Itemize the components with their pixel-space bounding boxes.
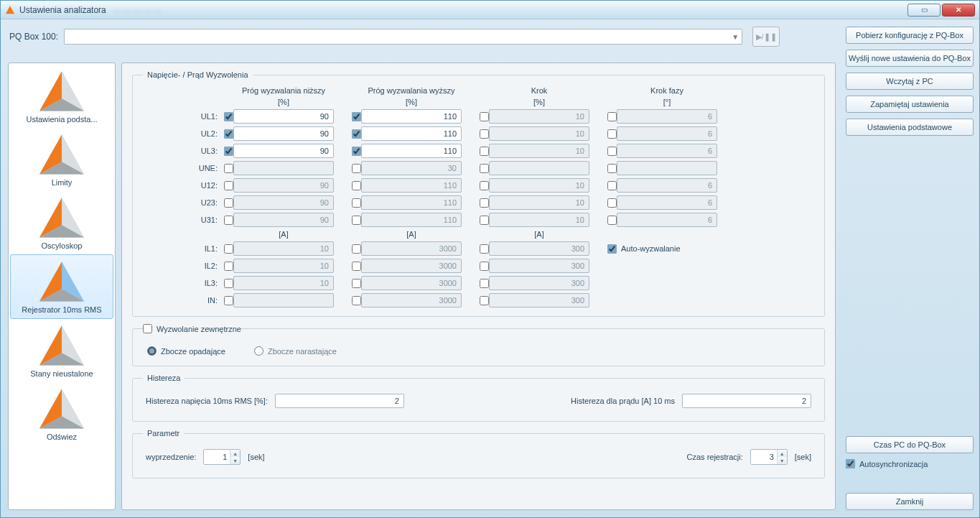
row-2-high-input[interactable] <box>361 144 462 158</box>
row-5-low-cb[interactable] <box>224 198 233 208</box>
row-0-high-cb[interactable] <box>352 112 361 121</box>
row-5-phase-input <box>617 195 717 210</box>
row-5-high-cb[interactable] <box>352 198 361 208</box>
right-button-panel: Pobierz konfigurację z PQ-Box Wyślij now… <box>846 27 974 136</box>
autosync-checkbox[interactable] <box>846 459 855 468</box>
sidebar-item-0[interactable]: Ustawienia podsta... <box>10 65 113 128</box>
row-1-phase-input <box>617 126 717 141</box>
hyst-i-label: Histereza dla prądu [A] 10 ms <box>571 397 675 405</box>
edge-rising-radio[interactable] <box>254 346 263 356</box>
window-title: Ustawienia analizatora <box>19 5 106 15</box>
row-6-high-cb[interactable] <box>352 216 361 225</box>
crow-2-label: IL3: <box>143 279 222 287</box>
rec-spin-down[interactable]: ▼ <box>778 457 787 464</box>
ext-trigger-checkbox[interactable] <box>143 324 152 333</box>
send-settings-button[interactable]: Wyślij nowe ustawienia do PQ-Box <box>846 50 974 67</box>
maximize-button[interactable] <box>907 4 941 17</box>
row-3-phase-cb[interactable] <box>607 164 617 173</box>
crow-0-high-input <box>361 241 462 256</box>
row-1-phase-cb[interactable] <box>607 129 617 139</box>
toolbar: PQ Box 100: ▼ ▶/❚❚ <box>1 19 979 52</box>
crow-2-high-cb[interactable] <box>352 279 361 288</box>
row-0-high-input[interactable] <box>361 109 462 124</box>
crow-1-high-cb[interactable] <box>352 262 361 271</box>
crow-0-low-cb[interactable] <box>224 244 233 254</box>
crow-1-step-cb[interactable] <box>480 262 489 271</box>
sidebar-item-3[interactable]: Rejestrator 10ms RMS <box>10 254 113 319</box>
row-4-step-cb[interactable] <box>480 181 489 190</box>
row-2-low-cb[interactable] <box>224 147 233 156</box>
row-4-high-cb[interactable] <box>352 181 361 190</box>
crow-1-low-cb[interactable] <box>224 262 233 271</box>
rec-spinner[interactable]: ▲▼ <box>750 449 788 465</box>
row-5-phase-cb[interactable] <box>607 198 617 208</box>
play-pause-button[interactable]: ▶/❚❚ <box>752 27 780 47</box>
row-0-low-cb[interactable] <box>224 112 233 121</box>
sidebar-item-5[interactable]: Odświez <box>10 382 113 445</box>
pre-label: wyprzedzenie: <box>146 453 196 461</box>
row-6-label: U31: <box>143 216 222 224</box>
chevron-down-icon: ▼ <box>732 33 739 41</box>
default-settings-button[interactable]: Ustawienia podstawowe <box>846 119 974 136</box>
row-2-phase-input <box>617 144 717 158</box>
row-0-low-input[interactable] <box>233 109 334 124</box>
row-3-high-input <box>361 161 462 175</box>
rec-spin-up[interactable]: ▲ <box>778 450 787 457</box>
row-3-step-cb[interactable] <box>480 164 489 173</box>
crow-3-step-cb[interactable] <box>480 296 489 305</box>
crow-0-label: IL1: <box>143 244 222 253</box>
row-2-phase-cb[interactable] <box>607 147 617 156</box>
row-6-step-cb[interactable] <box>480 216 489 225</box>
row-3-low-cb[interactable] <box>224 164 233 173</box>
app-window: Ustawienia analizatora — — — — — PQ Box … <box>0 0 980 518</box>
pre-spin-down[interactable]: ▼ <box>230 457 240 464</box>
crow-3-low-cb[interactable] <box>224 296 233 305</box>
crow-2-low-cb[interactable] <box>224 279 233 288</box>
row-4-low-cb[interactable] <box>224 181 233 190</box>
row-2-step-cb[interactable] <box>480 147 489 156</box>
row-2-high-cb[interactable] <box>352 147 361 156</box>
row-0-phase-cb[interactable] <box>607 112 617 121</box>
row-3-high-cb[interactable] <box>352 164 361 173</box>
close-app-button[interactable]: Zamknij <box>846 493 974 510</box>
row-3-label: UNE: <box>143 164 222 172</box>
row-5-step-cb[interactable] <box>480 198 489 208</box>
row-4-low-input <box>233 178 334 193</box>
sidebar-item-1[interactable]: Limity <box>10 128 113 191</box>
pc-time-button[interactable]: Czas PC do PQ-Box <box>846 436 974 453</box>
hyst-v-input[interactable] <box>275 394 404 408</box>
hysteresis-fieldset: Histereza Histereza napięcia 10ms RMS [%… <box>132 374 825 422</box>
row-0-step-cb[interactable] <box>480 112 489 121</box>
download-config-button[interactable]: Pobierz konfigurację z PQ-Box <box>846 27 974 44</box>
row-1-low-cb[interactable] <box>224 129 233 139</box>
row-1-step-cb[interactable] <box>480 129 489 139</box>
row-5-step-input <box>489 195 589 210</box>
row-6-low-cb[interactable] <box>224 216 233 225</box>
close-button[interactable] <box>942 4 975 17</box>
load-pc-button[interactable]: Wczytaj z PC <box>846 73 974 90</box>
col-step-amp: [A] <box>489 230 589 239</box>
crow-2-step-cb[interactable] <box>480 279 489 288</box>
edge-falling-radio[interactable] <box>147 346 157 356</box>
sidebar-item-2[interactable]: Oscyloskop <box>10 191 113 254</box>
row-1-high-input[interactable] <box>361 126 462 141</box>
pre-spinner[interactable]: ▲▼ <box>203 449 241 465</box>
edge-rising-label: Zbocze narastające <box>268 347 337 356</box>
auto-trigger-checkbox[interactable] <box>607 244 617 254</box>
row-4-phase-cb[interactable] <box>607 181 617 190</box>
row-6-phase-cb[interactable] <box>607 216 617 225</box>
hyst-i-input[interactable] <box>682 394 811 408</box>
crow-0-step-cb[interactable] <box>480 244 489 254</box>
row-2-low-input[interactable] <box>233 144 334 158</box>
row-1-low-input[interactable] <box>233 126 334 141</box>
pqbox-combo[interactable]: ▼ <box>64 29 742 45</box>
row-1-high-cb[interactable] <box>352 129 361 139</box>
rec-spinner-input[interactable] <box>751 450 777 464</box>
sidebar-item-4[interactable]: Stany nieustalone <box>10 319 113 382</box>
sidebar-item-label: Stany nieustalone <box>30 369 93 378</box>
pre-spin-up[interactable]: ▲ <box>230 450 240 457</box>
crow-3-high-cb[interactable] <box>352 296 361 305</box>
crow-0-high-cb[interactable] <box>352 244 361 254</box>
save-settings-button[interactable]: Zapamiętaj ustawienia <box>846 96 974 113</box>
pre-spinner-input[interactable] <box>204 450 230 464</box>
